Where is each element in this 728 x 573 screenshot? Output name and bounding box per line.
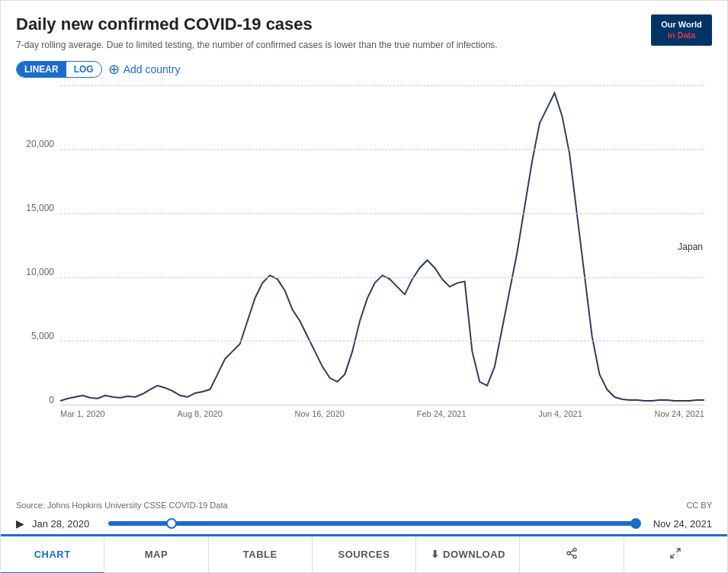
controls-bar: LINEAR LOG ⊕ Add country <box>16 61 712 78</box>
play-button[interactable]: ▶ <box>16 517 24 530</box>
y-label-0: 0 <box>49 395 54 405</box>
svg-line-4 <box>570 550 574 552</box>
add-country-button[interactable]: ⊕ Add country <box>108 61 181 78</box>
tab-chart[interactable]: CHART <box>1 536 104 573</box>
tab-map[interactable]: MAP <box>104 536 208 572</box>
x-label-nov2020: Nov 16, 2020 <box>295 409 345 418</box>
svg-point-2 <box>573 555 576 559</box>
grid-line-top <box>60 85 704 86</box>
plot-area: Japan <box>60 85 704 405</box>
chart-subtitle: 7-day rolling average. Due to limited te… <box>16 39 565 52</box>
graph-wrapper: 20,000 15,000 10,000 5,000 0 Japan <box>16 85 712 436</box>
grid-line-20000 <box>60 149 704 150</box>
timeline-end-date: Nov 24, 2021 <box>643 518 712 530</box>
x-label-jun2021: Jun 4, 2021 <box>538 409 582 418</box>
y-label-15000: 15,000 <box>26 203 54 213</box>
log-button[interactable]: LOG <box>66 62 101 77</box>
svg-point-0 <box>573 548 576 551</box>
title-block: Daily new confirmed COVID-19 cases 7-day… <box>16 14 651 52</box>
y-label-5000: 5,000 <box>31 331 54 341</box>
svg-line-3 <box>570 554 574 556</box>
slider-thumb-right[interactable] <box>630 518 641 529</box>
x-label-feb2021: Feb 24, 2021 <box>417 409 467 418</box>
owid-logo[interactable]: Our World in Data <box>651 14 712 46</box>
add-icon: ⊕ <box>108 61 120 78</box>
timeline-start-date: Jan 28, 2020 <box>32 518 101 530</box>
tab-download[interactable]: ⬇ DOWNLOAD <box>416 536 520 572</box>
tab-fullscreen[interactable] <box>624 536 727 572</box>
header-row: Daily new confirmed COVID-19 cases 7-day… <box>16 14 712 52</box>
line-chart-svg <box>60 85 704 405</box>
y-axis: 20,000 15,000 10,000 5,000 0 <box>16 85 60 405</box>
svg-line-5 <box>677 549 681 552</box>
main-container: Daily new confirmed COVID-19 cases 7-day… <box>0 0 728 573</box>
source-text: Source: Johns Hopkins University CSSE CO… <box>16 501 228 510</box>
y-label-10000: 10,000 <box>26 267 54 277</box>
license-text: CC BY <box>686 501 712 510</box>
grid-line-10000 <box>60 277 704 278</box>
download-icon: ⬇ <box>431 549 440 560</box>
scale-toggle[interactable]: LINEAR LOG <box>16 61 102 78</box>
tab-sources[interactable]: SOURCES <box>313 536 416 572</box>
x-axis: Mar 1, 2020 Aug 8, 2020 Nov 16, 2020 Feb… <box>60 405 704 436</box>
tab-share[interactable] <box>520 536 624 572</box>
y-label-20000: 20,000 <box>26 139 54 149</box>
tab-table[interactable]: TABLE <box>209 536 313 572</box>
grid-line-15000 <box>60 213 704 214</box>
series-japan-label: Japan <box>678 242 703 252</box>
svg-point-1 <box>567 552 570 555</box>
x-label-aug2020: Aug 8, 2020 <box>177 409 222 418</box>
linear-button[interactable]: LINEAR <box>17 62 66 77</box>
grid-line-5000 <box>60 341 704 341</box>
share-icon <box>566 547 578 562</box>
source-bar: Source: Johns Hopkins University CSSE CO… <box>1 498 727 513</box>
slider-thumb-left[interactable] <box>166 518 177 529</box>
bottom-tabs: CHART MAP TABLE SOURCES ⬇ DOWNLOAD <box>1 534 727 572</box>
svg-line-6 <box>671 554 675 558</box>
x-label-mar2020: Mar 1, 2020 <box>60 409 105 418</box>
chart-area: Daily new confirmed COVID-19 cases 7-day… <box>1 1 727 498</box>
x-label-nov2021: Nov 24, 2021 <box>655 409 704 418</box>
chart-title: Daily new confirmed COVID-19 cases <box>16 14 651 34</box>
fullscreen-icon <box>669 547 681 562</box>
timeline-bar: ▶ Jan 28, 2020 Nov 24, 2021 <box>1 513 727 534</box>
timeline-slider[interactable] <box>108 521 636 526</box>
